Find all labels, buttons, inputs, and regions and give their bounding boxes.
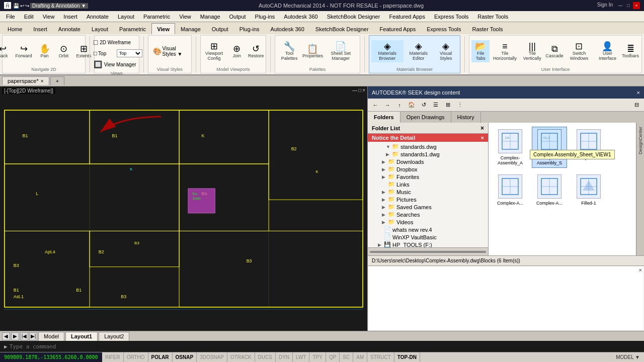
tab-manage[interactable]: Manage xyxy=(175,23,206,34)
status-osnap[interactable]: OSNAP xyxy=(173,352,197,363)
menu-view[interactable]: View xyxy=(39,12,59,22)
menu-sketchbook[interactable]: SketchBook Designer xyxy=(323,12,384,22)
panel-btn-options[interactable]: ⋮ xyxy=(454,100,465,111)
tab-featured[interactable]: Featured Apps xyxy=(374,23,422,34)
status-polar[interactable]: POLAR xyxy=(148,352,173,363)
btn-switch-windows[interactable]: ⊡Switch Windows xyxy=(565,40,594,62)
menu-autodesk360[interactable]: Autodesk 360 xyxy=(280,12,321,22)
tree-item-pictures[interactable]: ▶📁Pictures xyxy=(368,196,488,203)
tab-autodesk360[interactable]: Autodesk 360 xyxy=(265,23,310,34)
close-btn[interactable]: × xyxy=(633,2,640,9)
menu-raster[interactable]: Raster Tools xyxy=(473,12,512,22)
btn-view-manager[interactable]: 🔲View Manager xyxy=(91,59,139,70)
menu-express[interactable]: Express Tools xyxy=(430,12,472,22)
tab-home[interactable]: Home xyxy=(2,23,28,34)
btn-tile-v[interactable]: |||Tile Vertically xyxy=(520,40,544,62)
status-otrack[interactable]: OTRACK xyxy=(227,352,255,363)
menu-featured[interactable]: Featured Apps xyxy=(385,12,429,22)
menu-file[interactable]: File xyxy=(2,12,19,22)
tree-item-searches[interactable]: ▶📁Searches xyxy=(368,211,488,218)
layout-tab-layout2[interactable]: Layout2 xyxy=(99,332,129,341)
tab-raster[interactable]: Raster Tools xyxy=(466,23,508,34)
minimize-btn[interactable]: — xyxy=(617,2,624,9)
maximize-btn[interactable]: □ xyxy=(625,2,632,9)
menu-output[interactable]: Output xyxy=(225,12,250,22)
layout-tab-model[interactable]: Model xyxy=(38,332,64,341)
status-lwt[interactable]: LWT xyxy=(293,352,309,363)
file-tab-plus[interactable]: + xyxy=(50,76,64,85)
panel-btn-home[interactable]: 🏠 xyxy=(406,100,417,111)
btn-join[interactable]: ⊕Join xyxy=(228,43,246,60)
btn-materials-editor[interactable]: ◈Materials Editor xyxy=(405,40,433,62)
tree-item-music[interactable]: ▶📁Music xyxy=(368,188,488,196)
file-tab-paperspace[interactable]: paperspace* × xyxy=(2,76,49,85)
btn-tool-palettes[interactable]: 🔧Tool Palettes xyxy=(277,40,301,62)
panel-tab-history[interactable]: History xyxy=(451,112,481,123)
btn-properties[interactable]: 📋Properties xyxy=(302,43,323,60)
viewport-maximize[interactable]: □ xyxy=(358,87,361,93)
workspace-selector[interactable]: Drafting & Annotation ▼ xyxy=(30,3,88,9)
btn-top-view[interactable]: □Top xyxy=(91,48,116,58)
tab-insert[interactable]: Insert xyxy=(28,23,53,34)
btn-orbit[interactable]: ⊙Orbit xyxy=(55,43,73,60)
tree-item-videos[interactable]: ▶📁Videos xyxy=(368,218,488,226)
file-item-3[interactable]: Complex-A... xyxy=(493,172,528,208)
btn-forward[interactable]: ↪Forward xyxy=(13,43,35,60)
btn-visual-styles2[interactable]: ◈Visual Styles xyxy=(434,40,458,62)
tab-parametric[interactable]: Parametric xyxy=(114,23,151,34)
notice-close[interactable]: × xyxy=(481,135,484,141)
panel-btn-preview[interactable]: ⊞ xyxy=(442,100,453,111)
status-dyn[interactable]: DYN xyxy=(276,352,293,363)
panel-tab-open-drawings[interactable]: Open Drawings xyxy=(400,112,451,123)
btn-back[interactable]: ↩Back xyxy=(0,43,12,60)
save-icon[interactable]: 💾 xyxy=(13,3,19,9)
command-input[interactable] xyxy=(10,343,640,350)
seek-close[interactable]: × xyxy=(637,89,640,96)
panel-btn-up[interactable]: ↑ xyxy=(394,100,405,111)
tree-item-standards1[interactable]: ▶📁standards1.dwg xyxy=(368,150,488,158)
status-topdn[interactable]: TOP-DN xyxy=(394,352,420,363)
view-select[interactable]: TopBottomLeft xyxy=(117,49,142,57)
status-struct[interactable]: STRUCT xyxy=(367,352,394,363)
status-3dosnap[interactable]: 3DOSNAP xyxy=(197,352,227,363)
cad-canvas[interactable]: [-[Top][2D Wireframe]] — □ × xyxy=(0,86,367,331)
status-qp[interactable]: QP xyxy=(326,352,340,363)
status-ortho[interactable]: ORTHO xyxy=(124,352,148,363)
tab-plugins[interactable]: Plug-ins xyxy=(234,23,265,34)
status-sc[interactable]: SC xyxy=(340,352,353,363)
menu-insert[interactable]: Insert xyxy=(59,12,82,22)
viewport-minimize[interactable]: — xyxy=(352,87,357,93)
quick-access-toolbar[interactable]: 💾 ↩ ↪ Drafting & Annotation ▼ xyxy=(13,3,88,9)
tab-output[interactable]: Output xyxy=(206,23,234,34)
btn-toolbars[interactable]: ≣Toolbars xyxy=(621,43,639,60)
file-item-0[interactable]: CA Complex-Assembly_A xyxy=(493,127,528,168)
tree-item-links[interactable]: 📁Links xyxy=(368,180,488,188)
file-item-5[interactable]: Filled-1 xyxy=(571,172,606,208)
layout-prev-btn[interactable]: ◀ xyxy=(2,332,10,340)
redo-icon[interactable]: ↪ xyxy=(25,3,29,9)
tab-sketchbook[interactable]: SketchBook Designer xyxy=(310,23,374,34)
layout-tab-layout1[interactable]: Layout1 xyxy=(65,332,98,341)
tab-express[interactable]: Express Tools xyxy=(421,23,466,34)
menu-edit[interactable]: Edit xyxy=(20,12,38,22)
menu-plugins[interactable]: Plug-ins xyxy=(251,12,279,22)
panel-btn-collapse[interactable]: ⊟ xyxy=(631,100,642,111)
tab-annotate[interactable]: Annotate xyxy=(53,23,86,34)
sign-in-btn[interactable]: Sign In xyxy=(594,2,616,9)
btn-2d-wireframe[interactable]: □2D Wireframe xyxy=(91,37,133,48)
tree-item-dropbox[interactable]: ▶📁Dropbox xyxy=(368,165,488,173)
btn-file-tabs[interactable]: 📂File Tabs xyxy=(471,40,490,62)
btn-sheet-set[interactable]: 📄Sheet Set Manager xyxy=(324,40,358,62)
menu-annotate[interactable]: Annotate xyxy=(83,12,113,22)
status-right[interactable]: MODEL ▼ xyxy=(612,354,644,360)
tree-scrollbar[interactable] xyxy=(368,247,488,255)
status-ducs[interactable]: DUCS xyxy=(255,352,276,363)
tree-item-favorites[interactable]: ▶📁Favorites xyxy=(368,173,488,180)
panel-tab-folders[interactable]: Folders xyxy=(368,112,400,123)
btn-pan[interactable]: ✋Pan xyxy=(36,43,54,60)
tree-item-whats-new[interactable]: 📄whats new rev.4 xyxy=(368,226,488,233)
tree-item-downloads[interactable]: ▶📁Downloads xyxy=(368,158,488,165)
folder-list-header[interactable]: Folder List × xyxy=(368,123,488,134)
file-tab-close[interactable]: × xyxy=(41,78,44,84)
command-line[interactable]: ▶ xyxy=(0,341,644,352)
